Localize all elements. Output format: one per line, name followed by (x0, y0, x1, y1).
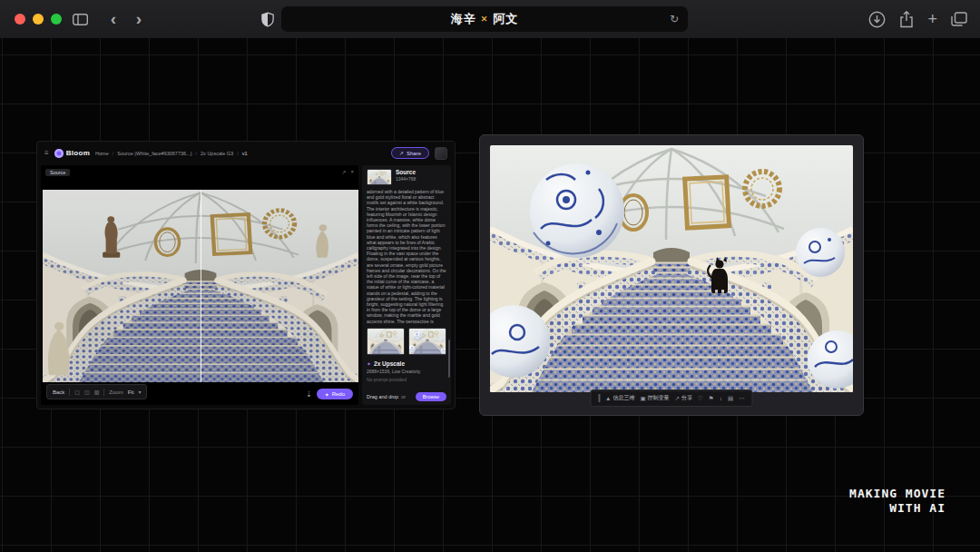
sparkle-icon: ✦ (367, 360, 371, 367)
source-thumbnail[interactable] (367, 169, 392, 185)
toolbar-item-label: 分享 (681, 394, 692, 402)
cube-icon: ▲ (605, 395, 611, 401)
bloom-logo-icon (54, 149, 64, 158)
close-icon[interactable]: × (350, 169, 354, 175)
new-tab-button[interactable]: + (927, 10, 937, 29)
zoom-value[interactable]: Fit (128, 389, 134, 395)
avatar[interactable] (435, 147, 447, 160)
staircase-artwork-upscaled (490, 145, 853, 392)
result-thumbnails (367, 328, 446, 355)
source-chip: Source (45, 169, 70, 176)
drag-handle[interactable] (598, 394, 600, 402)
toolbar-divider (69, 389, 70, 396)
image-viewer: Source ↗ × Back ▢ ◫ ▥ Zoom Fit ▾ (41, 165, 358, 405)
forward-button[interactable]: › (129, 0, 149, 38)
breadcrumb-separator: / (196, 151, 198, 156)
share-icon: ↗ (675, 395, 680, 402)
sidebar-scrollbar[interactable] (448, 340, 450, 378)
source-title: Source (396, 169, 416, 175)
back-button[interactable]: ‹ (103, 0, 123, 38)
dropzone[interactable]: Drag and drop or Browse (367, 392, 446, 401)
viewer-toolbar: Back ▢ ◫ ▥ Zoom Fit ▾ (46, 384, 147, 399)
toolbar-item-info[interactable]: ▲ 信息三维 (605, 394, 634, 402)
viewer-actions: ⇣ ✦ Redo (306, 389, 353, 399)
result-thumbnail[interactable] (367, 328, 405, 355)
menu-icon[interactable]: ≡ (44, 149, 49, 157)
toolbar-divider (103, 389, 104, 396)
upscale-title: 2x Upscale (374, 360, 405, 367)
watermark-line2: WITH AI (849, 501, 946, 516)
bloom-logo[interactable]: Bloom (54, 149, 90, 158)
or-label: or (401, 394, 406, 399)
result-toolbar: ▲ 信息三维 ▣ 控制变量 ↗ 分享 ♡ ⚑ ↓ ▤ ⋯ (590, 389, 752, 407)
more-icon[interactable]: ⋯ (739, 395, 745, 402)
viewer-back-button[interactable]: Back (53, 389, 64, 395)
page-title-left: 海辛 (451, 11, 476, 27)
browse-button[interactable]: Browse (416, 392, 446, 401)
breadcrumb-separator: / (237, 151, 239, 156)
flag-icon[interactable]: ⚑ (709, 395, 714, 402)
result-frame: ▲ 信息三维 ▣ 控制变量 ↗ 分享 ♡ ⚑ ↓ ▤ ⋯ (479, 134, 864, 416)
view-mode-single-button[interactable]: ▢ (74, 389, 80, 395)
grid-icon[interactable]: ▤ (728, 395, 733, 402)
breadcrumb-home[interactable]: Home (95, 151, 109, 156)
minimize-window-button[interactable] (33, 14, 44, 25)
compare-slider-handle[interactable] (201, 190, 201, 382)
view-mode-split-button[interactable]: ◫ (84, 389, 90, 395)
drag-label: Drag and drop (367, 394, 398, 399)
title-separator: ✕ (481, 15, 489, 24)
prompt-text: adorned with a detailed pattern of blue … (367, 189, 446, 323)
window-controls (15, 14, 62, 25)
redo-label: Redo (332, 391, 345, 397)
shield-icon (261, 12, 274, 27)
upscale-heading: ✦ 2x Upscale (367, 360, 446, 367)
sparkle-icon: ✦ (325, 391, 329, 398)
toolbar-item-share[interactable]: ↗ 分享 (675, 394, 692, 402)
downloads-button[interactable] (868, 11, 886, 28)
breadcrumb-version[interactable]: v1 (242, 151, 248, 156)
address-bar[interactable]: 海辛 ✕ 阿文 ↻ (281, 6, 688, 32)
back-icon: ‹ (111, 0, 116, 38)
breadcrumb-source[interactable]: Source (White_face#93067736...) (117, 151, 191, 156)
watermark-line1: MAKING MOVIE (849, 487, 946, 501)
expand-icon[interactable]: ↗ (341, 169, 346, 175)
close-window-button[interactable] (15, 14, 25, 25)
details-sidebar: Source 1344×768 adorned with a detailed … (362, 165, 451, 405)
no-prompt-note: No prompt provided (367, 377, 446, 382)
download-icon[interactable]: ↓ (720, 395, 722, 401)
sidebar-icon (73, 14, 88, 25)
share-button[interactable] (899, 11, 914, 28)
breadcrumb-upscale[interactable]: 2x Upscale G3 (201, 151, 233, 156)
toolbar-item-control[interactable]: ▣ 控制变量 (640, 394, 669, 402)
bloom-share-button[interactable]: ↗ Share (391, 147, 429, 159)
webpage-canvas: ≡ Bloom Home / Source (White_face#930677… (0, 38, 980, 552)
redo-button[interactable]: ✦ Redo (317, 389, 353, 399)
download-icon[interactable]: ⇣ (306, 390, 312, 399)
chevron-down-icon[interactable]: ▾ (138, 389, 141, 395)
toolbar-right-cluster: + (868, 0, 967, 38)
sidebar-toggle-button[interactable] (69, 0, 91, 38)
bloom-header: ≡ Bloom Home / Source (White_face#930677… (37, 142, 455, 164)
toolbar-item-label: 控制变量 (648, 394, 670, 402)
page-title-right: 阿文 (493, 11, 518, 27)
result-thumbnail[interactable] (408, 328, 446, 355)
share-icon: ↗ (399, 150, 404, 156)
heart-icon[interactable]: ♡ (698, 395, 703, 402)
view-mode-grid-button[interactable]: ▥ (94, 389, 100, 395)
source-dimensions: 1344×768 (396, 176, 416, 182)
bloom-brand-text: Bloom (66, 149, 90, 157)
toolbar-item-label: 信息三维 (612, 394, 634, 402)
zoom-window-button[interactable] (51, 14, 62, 25)
upscale-meta: 2688×1536, Low Creativity (367, 369, 446, 374)
screenshot: ‹ › 海辛 ✕ 阿文 ↻ + (0, 0, 980, 552)
breadcrumb-separator: / (113, 151, 114, 156)
tab-overview-button[interactable] (951, 12, 967, 26)
bloom-app-window: ≡ Bloom Home / Source (White_face#930677… (36, 141, 456, 409)
privacy-shield-button[interactable] (258, 0, 278, 38)
watermark: MAKING MOVIE WITH AI (849, 487, 946, 516)
reload-button[interactable]: ↻ (670, 13, 680, 25)
share-label: Share (407, 151, 421, 156)
source-summary: Source 1344×768 (367, 169, 446, 185)
viewer-corner-controls: ↗ × (341, 169, 354, 175)
breadcrumb: Home / Source (White_face#93067736...) /… (95, 151, 247, 156)
